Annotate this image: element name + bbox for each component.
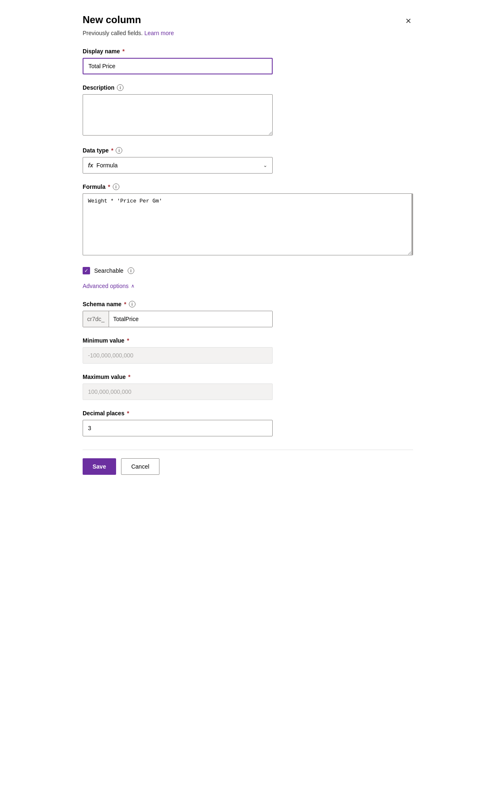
data-type-group: Data type * i fx Formula ⌄ [83, 147, 413, 174]
maximum-value-group: Maximum value * 100,000,000,000 [83, 374, 413, 400]
searchable-label: Searchable [94, 267, 124, 274]
schema-name-required: * [124, 301, 126, 307]
schema-name-input[interactable] [109, 311, 272, 327]
data-type-label: Data type * i [83, 147, 413, 154]
decimal-places-group: Decimal places * [83, 410, 413, 436]
schema-name-wrapper: cr7dc_ [83, 311, 273, 327]
fx-icon: fx [88, 162, 93, 169]
searchable-info-icon[interactable]: i [128, 267, 134, 274]
footer-divider [83, 450, 413, 450]
decimal-places-label: Decimal places * [83, 410, 413, 417]
cancel-button[interactable]: Cancel [121, 458, 160, 475]
schema-prefix: cr7dc_ [83, 311, 109, 327]
minimum-value-required: * [127, 337, 129, 344]
learn-more-link[interactable]: Learn more [144, 30, 174, 36]
save-button[interactable]: Save [83, 458, 116, 475]
panel-title: New column [83, 13, 141, 26]
schema-name-group: Schema name * i cr7dc_ [83, 301, 413, 327]
display-name-group: Display name * [83, 48, 413, 74]
subtitle: Previously called fields. Learn more [83, 30, 413, 36]
data-type-required: * [111, 147, 113, 154]
searchable-row: ✓ Searchable i [83, 267, 413, 274]
description-group: Description i [83, 84, 413, 137]
schema-name-label: Schema name * i [83, 301, 413, 307]
data-type-select[interactable]: fx Formula ⌄ [83, 157, 273, 174]
formula-group: Formula * i Weight * 'Price Per Gm' [83, 183, 413, 257]
panel-header: New column ✕ [83, 13, 413, 27]
minimum-value-label: Minimum value * [83, 337, 413, 344]
minimum-value-group: Minimum value * -100,000,000,000 [83, 337, 413, 364]
new-column-panel: New column ✕ Previously called fields. L… [74, 0, 430, 812]
display-name-input[interactable] [83, 58, 273, 74]
data-type-select-display[interactable]: fx Formula ⌄ [83, 157, 273, 174]
data-type-info-icon[interactable]: i [116, 147, 122, 154]
checkmark-icon: ✓ [84, 268, 88, 273]
maximum-value-input: 100,000,000,000 [83, 383, 273, 400]
advanced-options-toggle[interactable]: Advanced options ∧ [83, 283, 135, 289]
formula-label: Formula * i [83, 183, 413, 190]
footer-buttons: Save Cancel [83, 458, 413, 475]
maximum-value-required: * [128, 374, 130, 380]
formula-required: * [108, 183, 110, 190]
display-name-required: * [122, 48, 124, 55]
searchable-checkbox[interactable]: ✓ [83, 267, 90, 274]
data-type-value: Formula [96, 162, 117, 169]
formula-input[interactable]: Weight * 'Price Per Gm' [83, 193, 413, 255]
decimal-places-required: * [127, 410, 129, 417]
description-input[interactable] [83, 94, 273, 136]
schema-name-info-icon[interactable]: i [129, 301, 136, 307]
advanced-options-label: Advanced options [83, 283, 128, 289]
minimum-value-input: -100,000,000,000 [83, 347, 273, 364]
display-name-label: Display name * [83, 48, 413, 55]
subtitle-text: Previously called fields. [83, 30, 143, 36]
formula-info-icon[interactable]: i [113, 183, 119, 190]
close-button[interactable]: ✕ [404, 15, 413, 27]
maximum-value-label: Maximum value * [83, 374, 413, 380]
select-left: fx Formula [88, 162, 118, 169]
decimal-places-input[interactable] [83, 420, 273, 436]
description-info-icon[interactable]: i [117, 84, 124, 91]
description-label: Description i [83, 84, 413, 91]
advanced-chevron-icon: ∧ [131, 283, 135, 289]
chevron-down-icon: ⌄ [263, 162, 267, 168]
